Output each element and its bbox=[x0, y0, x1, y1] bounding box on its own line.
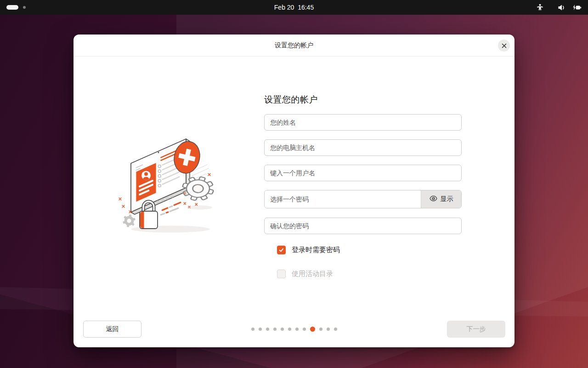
page-dot bbox=[319, 328, 322, 331]
page-dots bbox=[225, 321, 363, 338]
password-input[interactable] bbox=[265, 190, 421, 208]
page-dot bbox=[281, 328, 284, 331]
page-dot bbox=[334, 328, 337, 331]
back-button[interactable]: 返回 bbox=[83, 321, 141, 338]
workspace-dot[interactable] bbox=[23, 6, 26, 9]
top-bar: Feb 20 16:45 bbox=[0, 0, 588, 15]
hostname-input[interactable] bbox=[264, 139, 462, 156]
require-password-label: 登录时需要密码 bbox=[292, 246, 340, 254]
next-button[interactable]: 下一步 bbox=[447, 321, 505, 338]
page-dot bbox=[288, 328, 291, 331]
system-tray[interactable] bbox=[536, 0, 582, 15]
fullname-input[interactable] bbox=[264, 114, 462, 131]
battery-charging-icon[interactable] bbox=[572, 0, 582, 15]
password-field-group: 显示 bbox=[264, 190, 462, 208]
show-password-button[interactable]: 显示 bbox=[421, 190, 461, 208]
page-dot bbox=[295, 328, 299, 331]
page-dot bbox=[259, 328, 262, 331]
confirm-password-input[interactable] bbox=[264, 218, 462, 234]
close-icon bbox=[502, 43, 507, 48]
page-dot bbox=[273, 328, 277, 331]
page-dot-active bbox=[310, 327, 315, 332]
workspace-indicator[interactable] bbox=[6, 5, 26, 10]
active-directory-checkbox-row: 使用活动目录 bbox=[277, 270, 333, 278]
active-directory-label: 使用活动目录 bbox=[292, 270, 333, 278]
account-illustration: **** bbox=[117, 133, 227, 239]
small-gear-icon bbox=[122, 213, 136, 229]
volume-icon[interactable] bbox=[558, 0, 565, 15]
clock[interactable]: Feb 20 16:45 bbox=[0, 0, 588, 15]
checkbox-checked bbox=[277, 246, 286, 254]
page-dot bbox=[266, 328, 269, 331]
dialog-header: 设置您的帐户 bbox=[74, 34, 514, 57]
require-password-checkbox-row[interactable]: 登录时需要密码 bbox=[277, 246, 340, 254]
workspace-pill-active[interactable] bbox=[6, 5, 18, 10]
page-dot bbox=[303, 328, 306, 331]
username-input[interactable] bbox=[264, 165, 462, 181]
initial-setup-dialog: 设置您的帐户 bbox=[74, 34, 514, 347]
page-dot bbox=[251, 328, 254, 331]
page-dot bbox=[327, 328, 330, 331]
eye-icon bbox=[430, 196, 437, 203]
checkbox-unchecked bbox=[277, 270, 286, 278]
page-title: 设置您的帐户 bbox=[264, 94, 318, 106]
accessibility-icon[interactable] bbox=[536, 0, 544, 15]
show-password-label: 显示 bbox=[441, 195, 453, 203]
dialog-title: 设置您的帐户 bbox=[74, 34, 514, 57]
close-button[interactable] bbox=[498, 40, 510, 52]
